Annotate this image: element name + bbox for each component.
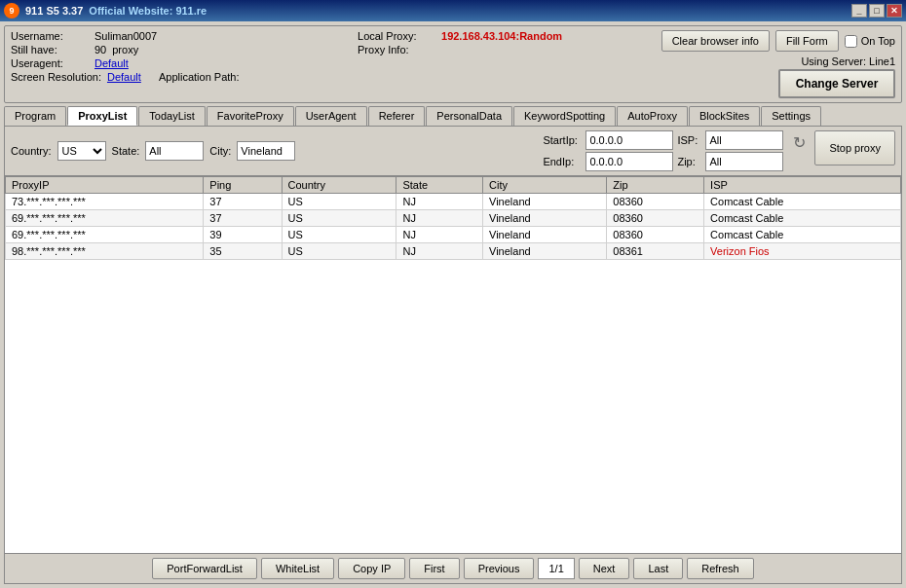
screenres-value[interactable]: Default	[107, 71, 141, 83]
tab-favoriteproxy[interactable]: FavoriteProxy	[207, 106, 294, 126]
localproxy-row: Local Proxy: 192.168.43.104:Random	[358, 30, 562, 42]
copyip-button[interactable]: Copy IP	[338, 558, 405, 579]
ontop-checkbox[interactable]	[845, 35, 857, 48]
country-label: Country:	[11, 145, 52, 157]
using-server-label: Using Server: Line1	[801, 55, 895, 67]
col-isp[interactable]: ISP	[704, 177, 901, 194]
tab-autoproxy[interactable]: AutoProxy	[617, 106, 688, 126]
startip-row: StartIp:	[543, 130, 673, 150]
ontop-container: On Top	[845, 35, 895, 48]
tab-settings[interactable]: Settings	[761, 106, 821, 126]
proxyinfo-row: Proxy Info:	[358, 44, 562, 55]
next-button[interactable]: Next	[579, 558, 630, 579]
whitelist-button[interactable]: WhiteList	[261, 558, 334, 579]
app-icon: 9	[4, 3, 19, 18]
last-button[interactable]: Last	[633, 558, 683, 579]
content-area: Country: US State: City: StartIp: EndIp:	[4, 127, 902, 584]
filter-refresh-icon[interactable]: ↻	[787, 130, 811, 154]
proxy-table: ProxyIP Ping Country State City Zip ISP …	[5, 176, 901, 260]
endip-input[interactable]	[585, 152, 673, 171]
col-proxyip[interactable]: ProxyIP	[6, 177, 204, 194]
isp-input[interactable]	[705, 130, 783, 150]
tab-proxylist[interactable]: ProxyList	[67, 106, 137, 126]
zip-input[interactable]	[705, 152, 783, 171]
top-section: Username: Suliman0007 Still have: 90 pro…	[4, 25, 902, 103]
col-ping[interactable]: Ping	[204, 177, 282, 194]
page-indicator: 1/1	[538, 558, 574, 579]
username-label: Username:	[11, 30, 89, 42]
portforward-button[interactable]: PortForwardList	[152, 558, 257, 579]
username-row: Username: Suliman0007	[11, 30, 240, 42]
city-input[interactable]	[237, 141, 295, 161]
tab-todaylist[interactable]: TodayList	[138, 106, 205, 126]
previous-button[interactable]: Previous	[464, 558, 535, 579]
refresh-button[interactable]: Refresh	[687, 558, 754, 579]
filter-combined: Country: US State: City:	[11, 141, 535, 161]
stillhave-value: 90	[94, 44, 106, 55]
endip-label: EndIp:	[543, 156, 582, 167]
table-row[interactable]: 98.***.***.***.***35USNJVineland08361Ver…	[6, 243, 901, 260]
city-label: City:	[209, 145, 231, 157]
stop-proxy-button[interactable]: Stop proxy	[814, 130, 895, 165]
clear-browser-button[interactable]: Clear browser info	[661, 30, 770, 52]
fill-form-button[interactable]: Fill Form	[775, 30, 839, 52]
apppath-label: Application Path:	[159, 71, 240, 83]
main-container: Username: Suliman0007 Still have: 90 pro…	[0, 21, 906, 588]
table-row[interactable]: 69.***.***.***.***37USNJVineland08360Com…	[6, 210, 901, 227]
tab-useragent[interactable]: UserAgent	[295, 106, 367, 126]
tab-personaldata[interactable]: PersonalData	[426, 106, 512, 126]
tab-program[interactable]: Program	[4, 106, 66, 126]
table-row[interactable]: 73.***.***.***.***37USNJVineland08360Com…	[6, 194, 901, 210]
country-select[interactable]: US	[57, 141, 106, 161]
col-state[interactable]: State	[396, 177, 483, 194]
app-title: 911 S5 3.37	[25, 5, 83, 17]
col-city[interactable]: City	[483, 177, 607, 194]
stillhave-label: Still have:	[11, 44, 89, 55]
top-right-row1: Clear browser info Fill Form On Top	[661, 30, 895, 52]
isp-zip-group: ISP: Zip:	[677, 130, 783, 171]
proxyinfo-label: Proxy Info:	[358, 44, 435, 55]
isp-row: ISP:	[677, 130, 783, 150]
top-right: Clear browser info Fill Form On Top Usin…	[661, 30, 895, 98]
startip-label: StartIp:	[543, 134, 582, 146]
screenres-label: Screen Resolution:	[11, 71, 101, 83]
screenres-row: Screen Resolution: Default Application P…	[11, 71, 240, 83]
change-server-button[interactable]: Change Server	[778, 69, 895, 98]
tab-blocksites[interactable]: BlockSites	[689, 106, 760, 126]
bottom-bar: PortForwardList WhiteList Copy IP First …	[5, 553, 901, 583]
stillhave-row: Still have: 90 proxy	[11, 44, 240, 55]
window-controls[interactable]: _ □ ✕	[851, 4, 902, 18]
useragent-value[interactable]: Default	[94, 57, 129, 69]
zip-label: Zip:	[677, 156, 701, 167]
info-left: Username: Suliman0007 Still have: 90 pro…	[11, 30, 240, 83]
col-zip[interactable]: Zip	[607, 177, 704, 194]
username-value: Suliman0007	[94, 30, 157, 42]
minimize-button[interactable]: _	[851, 4, 867, 18]
proxy-label: proxy	[112, 44, 138, 55]
startip-input[interactable]	[585, 130, 673, 150]
website-link[interactable]: Official Website: 911.re	[89, 5, 207, 17]
state-input[interactable]	[145, 141, 204, 161]
tab-keywordspotting[interactable]: KeywordSpotting	[513, 106, 616, 126]
info-middle: Local Proxy: 192.168.43.104:Random Proxy…	[358, 30, 562, 55]
filter-bar: Country: US State: City: StartIp: EndIp:	[5, 127, 901, 176]
close-button[interactable]: ✕	[887, 4, 902, 18]
state-label: State:	[112, 145, 140, 157]
localproxy-label: Local Proxy:	[358, 30, 435, 42]
isp-label: ISP:	[677, 134, 701, 146]
filter-right-group: StartIp: EndIp: ISP: Zip:	[543, 130, 895, 171]
useragent-row: Useragent: Default	[11, 57, 240, 69]
endip-row: EndIp:	[543, 152, 673, 171]
localproxy-value: 192.168.43.104:Random	[441, 30, 562, 42]
first-button[interactable]: First	[409, 558, 459, 579]
table-scroll: ProxyIP Ping Country State City Zip ISP …	[5, 176, 901, 553]
useragent-label: Useragent:	[11, 57, 89, 69]
title-bar: 9 911 S5 3.37 Official Website: 911.re _…	[0, 0, 906, 21]
zip-row: Zip:	[677, 152, 783, 171]
filter-ip-group: StartIp: EndIp:	[543, 130, 673, 171]
tab-referer[interactable]: Referer	[368, 106, 426, 126]
ontop-label: On Top	[861, 35, 895, 47]
maximize-button[interactable]: □	[869, 4, 885, 18]
col-country[interactable]: Country	[282, 177, 396, 194]
table-row[interactable]: 69.***.***.***.***39USNJVineland08360Com…	[6, 227, 901, 243]
